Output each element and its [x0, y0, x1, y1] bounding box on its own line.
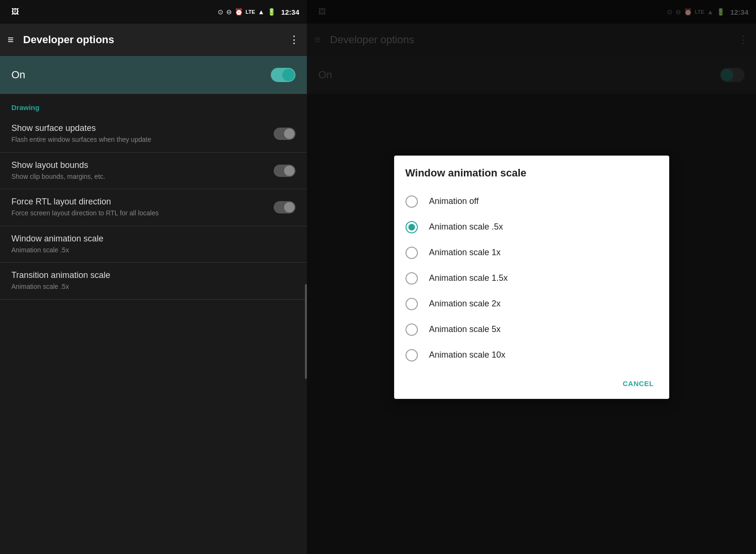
gallery-icon: 🖼	[11, 8, 19, 16]
radio-label-0: Animation off	[429, 196, 479, 206]
signal-icon: ▲	[258, 8, 265, 16]
radio-label-1: Animation scale .5x	[429, 222, 503, 232]
setting-window-animation[interactable]: Window animation scale Animation scale .…	[0, 226, 307, 263]
antenna-icon: ⊙	[218, 8, 223, 16]
left-on-bar: On	[0, 56, 307, 94]
battery-icon: 🔋	[267, 8, 276, 16]
left-toolbar: ≡ Developer options ⋮	[0, 24, 307, 56]
setting-layout-bounds-subtitle: Show clip bounds, margins, etc.	[11, 172, 274, 182]
dialog-actions: CANCEL	[394, 372, 669, 395]
left-developer-toggle[interactable]	[271, 68, 295, 82]
setting-window-anim-title: Window animation scale	[11, 234, 295, 244]
right-panel: 🖼 ⊙ ⊖ ⏰ LTE ▲ 🔋 12:34 ≡ Developer option…	[307, 0, 756, 554]
setting-transition-animation[interactable]: Transition animation scale Animation sca…	[0, 263, 307, 300]
alarm-icon: ⏰	[235, 8, 243, 16]
setting-trans-anim-text: Transition animation scale Animation sca…	[11, 270, 295, 292]
radio-item-scale-10x[interactable]: Animation scale 10x	[394, 342, 669, 368]
setting-force-rtl[interactable]: Force RTL layout direction Force screen …	[0, 189, 307, 226]
setting-trans-anim-title: Transition animation scale	[11, 270, 295, 280]
left-section-header-text: Drawing	[11, 103, 39, 111]
toggle-layout-bounds[interactable]	[274, 165, 295, 177]
left-status-time: 12:34	[281, 8, 299, 16]
left-on-label: On	[11, 69, 271, 81]
left-toggle-knob	[282, 69, 295, 81]
setting-trans-anim-subtitle: Animation scale .5x	[11, 282, 295, 292]
left-status-bar: 🖼 ⊙ ⊖ ⏰ LTE ▲ 🔋 12:34	[0, 0, 307, 24]
radio-circle-5[interactable]	[406, 323, 418, 336]
radio-inner-1	[408, 224, 415, 231]
radio-item-animation-off[interactable]: Animation off	[394, 189, 669, 214]
left-menu-icon[interactable]: ≡	[8, 34, 14, 46]
radio-label-5: Animation scale 5x	[429, 324, 501, 334]
setting-rtl-text: Force RTL layout direction Force screen …	[11, 197, 274, 218]
setting-layout-bounds-title: Show layout bounds	[11, 160, 274, 170]
radio-label-3: Animation scale 1.5x	[429, 273, 508, 283]
toggle-force-rtl[interactable]	[274, 201, 295, 213]
blocked-icon: ⊖	[226, 8, 232, 16]
radio-item-scale-2x[interactable]: Animation scale 2x	[394, 291, 669, 317]
radio-circle-4[interactable]	[406, 298, 418, 310]
setting-show-surface-title: Show surface updates	[11, 123, 274, 133]
toggle-rtl-knob	[284, 202, 295, 212]
left-more-icon[interactable]: ⋮	[289, 34, 299, 46]
radio-item-scale-05x[interactable]: Animation scale .5x	[394, 214, 669, 240]
left-status-icons-left: 🖼	[8, 8, 215, 16]
setting-window-anim-text: Window animation scale Animation scale .…	[11, 234, 295, 255]
radio-circle-0[interactable]	[406, 195, 418, 208]
cancel-button[interactable]: CANCEL	[615, 376, 662, 391]
setting-show-surface-text: Show surface updates Flash entire window…	[11, 123, 274, 145]
setting-show-surface-updates[interactable]: Show surface updates Flash entire window…	[0, 116, 307, 153]
radio-circle-3[interactable]	[406, 272, 418, 285]
setting-rtl-title: Force RTL layout direction	[11, 197, 274, 207]
toggle-show-surface-knob	[284, 129, 295, 139]
window-animation-dialog: Window animation scale Animation off Ani…	[394, 156, 669, 399]
toggle-layout-bounds-knob	[284, 166, 295, 176]
lte-icon: LTE	[246, 9, 255, 15]
radio-item-scale-5x[interactable]: Animation scale 5x	[394, 317, 669, 342]
radio-circle-6[interactable]	[406, 349, 418, 361]
left-panel: 🖼 ⊙ ⊖ ⏰ LTE ▲ 🔋 12:34 ≡ Developer option…	[0, 0, 307, 554]
radio-label-2: Animation scale 1x	[429, 248, 501, 258]
setting-show-layout-bounds[interactable]: Show layout bounds Show clip bounds, mar…	[0, 153, 307, 190]
setting-show-surface-subtitle: Flash entire window surfaces when they u…	[11, 135, 274, 145]
left-drawing-section: Drawing	[0, 94, 307, 116]
dialog-overlay: Window animation scale Animation off Ani…	[307, 0, 756, 554]
toggle-show-surface[interactable]	[274, 128, 295, 140]
setting-layout-bounds-text: Show layout bounds Show clip bounds, mar…	[11, 160, 274, 182]
radio-circle-1[interactable]	[406, 221, 418, 233]
radio-item-scale-1x[interactable]: Animation scale 1x	[394, 240, 669, 266]
radio-label-6: Animation scale 10x	[429, 350, 506, 360]
radio-label-4: Animation scale 2x	[429, 299, 501, 309]
left-toolbar-title: Developer options	[23, 34, 289, 46]
radio-item-scale-15x[interactable]: Animation scale 1.5x	[394, 266, 669, 291]
radio-circle-2[interactable]	[406, 247, 418, 259]
setting-rtl-subtitle: Force screen layout direction to RTL for…	[11, 209, 274, 218]
setting-window-anim-subtitle: Animation scale .5x	[11, 246, 295, 255]
dialog-title: Window animation scale	[394, 167, 669, 189]
